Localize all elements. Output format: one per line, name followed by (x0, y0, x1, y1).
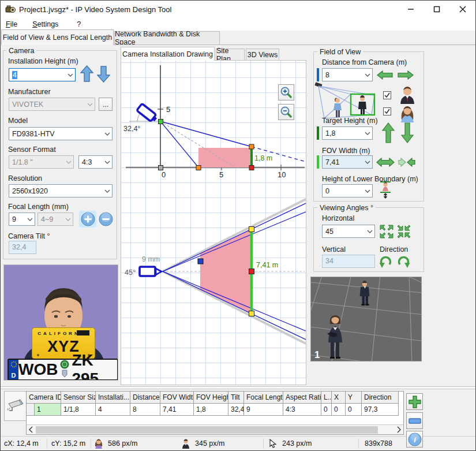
column-header[interactable]: FOV Width (160, 392, 194, 404)
horizontal-angle-combobox[interactable]: 45 (322, 225, 375, 238)
fov-center-handle[interactable] (249, 269, 254, 274)
zoom-out-button[interactable] (278, 104, 294, 120)
column-header[interactable]: Y (346, 392, 362, 404)
chevron-down-icon[interactable] (363, 132, 372, 135)
cell-focal-length[interactable]: 9 (244, 404, 283, 416)
show-female-checkbox[interactable] (383, 107, 391, 115)
scroll-right-arrow[interactable] (394, 425, 403, 434)
table-scrollbar[interactable] (27, 424, 403, 434)
scroll-left-arrow[interactable] (27, 425, 36, 434)
manufacturer-combobox[interactable]: VIVOTEK (9, 98, 95, 111)
column-header[interactable]: Tilt (228, 392, 244, 404)
fov-width-top-handle[interactable] (249, 227, 254, 232)
table-row[interactable]: 1 1/1,8 4 8 7,41 1,8 32,4 9 4:3 0 0 0 97… (27, 404, 403, 416)
column-header[interactable]: L... (321, 392, 332, 404)
rotate-ccw-button[interactable] (378, 255, 393, 269)
chevron-down-icon[interactable] (103, 161, 112, 164)
height-down-button[interactable] (97, 65, 110, 83)
distance-value: 8 (323, 71, 363, 79)
sensor-format-combobox[interactable]: 1/1.8 " (9, 155, 74, 169)
cell-distance[interactable]: 8 (130, 404, 160, 416)
tab-camera-installation-drawing[interactable]: Camera Installation Drawing (121, 47, 215, 61)
focal-length-combobox[interactable]: 9 (9, 213, 35, 226)
target-distance-handle[interactable] (249, 166, 254, 170)
column-header[interactable]: FOV Height (194, 392, 228, 404)
zoom-in-button[interactable] (278, 84, 294, 100)
narrow-angle-button[interactable] (397, 225, 411, 238)
chevron-down-icon[interactable] (103, 132, 112, 136)
camera-height-handle[interactable] (159, 120, 163, 124)
fov-width-expand-arrow[interactable] (376, 158, 395, 167)
rotate-cw-button[interactable] (396, 255, 411, 269)
cell-tilt[interactable]: 32,4 (228, 404, 244, 416)
cameras-panel-tab[interactable] (4, 391, 26, 421)
widen-angle-button[interactable] (380, 225, 393, 238)
column-header[interactable]: Focal Length (244, 392, 283, 404)
chevron-down-icon[interactable] (66, 73, 75, 77)
near-plane-handle[interactable] (198, 259, 203, 264)
tab-network-bandwidth[interactable]: Network Bandwidth & Disk Space (114, 31, 220, 45)
3d-view-preview[interactable]: 1 (310, 277, 422, 361)
cell-y[interactable]: 0 (346, 404, 362, 416)
cell-direction[interactable]: 97,3 (362, 404, 399, 416)
distance-increase-arrow[interactable] (398, 70, 414, 80)
add-camera-button[interactable] (406, 393, 423, 410)
column-header[interactable]: Direction (362, 392, 399, 404)
height-up-button[interactable] (80, 65, 93, 83)
fov-width-shrink-arrow[interactable] (398, 158, 415, 167)
near-distance-handle[interactable] (196, 166, 201, 170)
maximize-button[interactable] (423, 1, 449, 18)
splitter[interactable] (1, 386, 476, 389)
row-selector-cell[interactable] (27, 404, 35, 416)
target-height-down-arrow[interactable] (401, 122, 414, 143)
cell-lens-count[interactable]: 0 (321, 404, 332, 416)
resolution-combobox[interactable]: 2560x1920 (9, 184, 113, 197)
focal-increase-button[interactable] (81, 212, 95, 226)
column-header[interactable]: X (332, 392, 346, 404)
cell-installation-height[interactable]: 4 (96, 404, 130, 416)
chevron-down-icon[interactable] (363, 161, 372, 164)
distance-decrease-arrow[interactable] (377, 70, 393, 80)
far-top-handle[interactable] (249, 144, 254, 149)
scrollbar-thumb[interactable] (36, 426, 378, 434)
column-header[interactable]: Sensor Size (61, 392, 96, 404)
column-header[interactable]: Camera ID (27, 392, 61, 404)
menu-settings[interactable]: Settings (27, 19, 63, 29)
manufacturer-browse-button[interactable]: ... (99, 98, 113, 111)
target-height-up-arrow[interactable] (382, 122, 395, 143)
target-height-combobox[interactable]: 1,8 (322, 126, 373, 140)
menu-file[interactable]: File (1, 19, 23, 29)
cell-x[interactable]: 0 (332, 404, 346, 416)
remove-camera-button[interactable] (406, 412, 423, 429)
column-header[interactable]: Installati... (96, 392, 130, 404)
lower-boundary-combobox[interactable]: 0 (322, 184, 373, 197)
cell-camera-id[interactable]: 1 (35, 404, 61, 416)
tab-site-plan[interactable]: Site Plan (216, 49, 245, 61)
focal-decrease-button[interactable] (99, 212, 113, 226)
chevron-down-icon[interactable] (363, 189, 372, 193)
cell-sensor-size[interactable]: 1/1,8 (61, 404, 96, 416)
chevron-down-icon[interactable] (25, 218, 35, 221)
column-header[interactable]: Distance (130, 392, 160, 404)
show-male-checkbox[interactable] (383, 91, 391, 99)
column-header[interactable]: Aspect Ratio (283, 392, 321, 404)
tab-3d-views[interactable]: 3D Views (246, 49, 279, 61)
aspect-ratio-combobox[interactable]: 4:3 (78, 155, 113, 169)
cell-fov-width[interactable]: 7,41 (160, 404, 194, 416)
close-button[interactable] (449, 1, 475, 18)
cell-fov-height[interactable]: 1,8 (194, 404, 228, 416)
cell-aspect-ratio[interactable]: 4:3 (283, 404, 321, 416)
chevron-down-icon[interactable] (103, 189, 112, 193)
info-button[interactable]: i (406, 431, 423, 448)
minimize-button[interactable] (398, 1, 423, 18)
fov-width-combobox[interactable]: 7,41 (322, 155, 373, 169)
chevron-down-icon[interactable] (363, 73, 372, 77)
distance-combobox[interactable]: 8 (322, 68, 373, 81)
tab-field-of-view[interactable]: Field of View & Lens Focal Length (1, 29, 114, 45)
fov-width-bottom-handle[interactable] (249, 311, 254, 316)
menu-help[interactable]: ? (72, 19, 86, 29)
installation-height-combobox[interactable]: 4 (9, 68, 76, 81)
chevron-down-icon[interactable] (365, 230, 374, 233)
model-combobox[interactable]: FD9381-HTV (9, 127, 113, 140)
camera-icon-side-view[interactable] (137, 103, 159, 123)
